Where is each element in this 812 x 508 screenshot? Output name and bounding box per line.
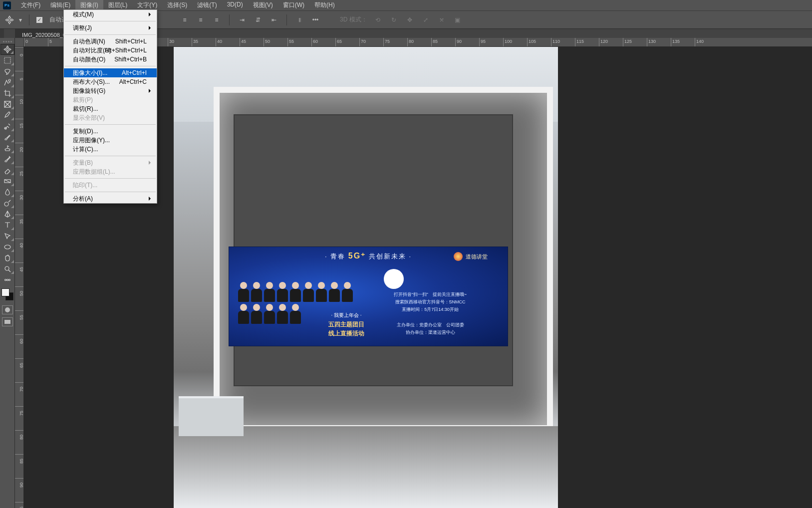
pen-tool[interactable] xyxy=(0,209,14,220)
hruler-tick: 5 xyxy=(48,38,48,47)
screen-mode-icon[interactable] xyxy=(2,317,13,326)
image-menu-dropdown: 模式(M)调整(J)自动色调(N)Shift+Ctrl+L自动对比度(U)Alt… xyxy=(63,9,157,204)
3d-zoom-icon[interactable]: ⤧ xyxy=(436,14,447,25)
menu-item-计算[interactable]: 计算(C)... xyxy=(64,145,157,154)
submenu-arrow-icon xyxy=(149,197,153,201)
qr-circle-icon xyxy=(384,269,404,289)
menu-item-裁切[interactable]: 裁切(R)... xyxy=(64,104,157,113)
lasso-tool[interactable] xyxy=(0,66,14,77)
menu-item-label: 复制(D)... xyxy=(73,127,98,136)
menu-视图[interactable]: 视图(V) xyxy=(248,0,278,11)
document-image[interactable]: · 青春 5G⁺ 共创新未来 · 道德讲堂 · 我要上年会 · 五四主题团日 xyxy=(174,47,558,508)
vertical-ruler[interactable]: 0510152025303540455055606570758085909510… xyxy=(15,47,24,508)
align-left-icon[interactable]: ≡ xyxy=(179,14,190,25)
distribute-v-icon[interactable]: ⇤ xyxy=(269,14,279,25)
menu-item-分析[interactable]: 分析(A) xyxy=(64,194,157,203)
vruler-tick: 70 xyxy=(15,382,24,383)
hruler-tick: 110 xyxy=(551,38,551,47)
frame-tool[interactable] xyxy=(0,99,14,110)
3d-roll-icon[interactable]: ↻ xyxy=(388,14,399,25)
vruler-tick: 45 xyxy=(15,262,24,263)
clone-stamp-tool[interactable] xyxy=(0,143,14,154)
move-tool[interactable] xyxy=(0,44,14,55)
3d-orbit-icon[interactable]: ⟲ xyxy=(372,14,383,25)
menu-item-图像大小[interactable]: 图像大小(I)...Alt+Ctrl+I xyxy=(64,68,157,77)
menu-3d[interactable]: 3D(D) xyxy=(222,0,248,11)
vruler-tick: 85 xyxy=(15,454,24,455)
menu-item-自动色调[interactable]: 自动色调(N)Shift+Ctrl+L xyxy=(64,37,157,46)
hruler-tick: 40 xyxy=(216,38,216,47)
separator xyxy=(29,14,29,25)
blur-tool[interactable] xyxy=(0,187,14,198)
menu-item-label: 计算(C)... xyxy=(73,145,98,154)
eyedropper-tool[interactable] xyxy=(0,110,14,121)
distribute-center-icon[interactable]: ⇵ xyxy=(253,14,264,25)
distribute-spacing-icon[interactable]: ⫴ xyxy=(294,14,305,25)
hruler-tick: 0 xyxy=(24,38,24,47)
svg-point-7 xyxy=(5,266,9,270)
color-swatches[interactable] xyxy=(1,288,13,300)
menu-文件[interactable]: 文件(F) xyxy=(16,0,45,11)
menu-item-复制[interactable]: 复制(D)... xyxy=(64,127,157,136)
vruler-tick: 20 xyxy=(15,143,24,143)
menu-item-shortcut: Shift+Ctrl+L xyxy=(115,38,147,45)
history-brush-tool[interactable] xyxy=(0,154,14,165)
rect-marquee-tool[interactable] xyxy=(0,55,14,66)
screen-info-3: 直播时间：5月7日14:30开始 xyxy=(373,306,488,313)
zoom-tool[interactable] xyxy=(0,263,14,274)
screen-info-4: 主办单位：党委办公室 公司团委 xyxy=(373,321,488,329)
vruler-tick: 30 xyxy=(15,191,24,191)
menu-item-自动颜色[interactable]: 自动颜色(O)Shift+Ctrl+B xyxy=(64,55,157,64)
gradient-tool[interactable] xyxy=(0,176,14,187)
menu-item-画布大小[interactable]: 画布大小(S)...Alt+Ctrl+C xyxy=(64,77,157,86)
auto-select-checkbox[interactable]: ✓ xyxy=(36,17,42,23)
menu-item-应用图像[interactable]: 应用图像(Y)... xyxy=(64,136,157,145)
3d-camera-icon[interactable]: ▣ xyxy=(452,14,463,25)
menu-item-shortcut: Shift+Ctrl+B xyxy=(114,56,147,63)
quick-mask-icon[interactable] xyxy=(2,305,13,314)
quick-select-tool[interactable] xyxy=(0,77,14,88)
menu-滤镜[interactable]: 滤镜(T) xyxy=(192,0,222,11)
brush-tool[interactable] xyxy=(0,132,14,143)
crop-tool[interactable] xyxy=(0,88,14,99)
hruler-tick: 140 xyxy=(695,38,695,47)
menu-item-调整[interactable]: 调整(J) xyxy=(64,23,157,32)
menu-选择[interactable]: 选择(S) xyxy=(162,0,192,11)
hruler-tick: 125 xyxy=(623,38,623,47)
svg-point-8 xyxy=(4,279,6,281)
hruler-tick: 50 xyxy=(264,38,264,47)
vruler-tick: 65 xyxy=(15,358,24,359)
vruler-tick: 75 xyxy=(15,406,24,407)
align-center-icon[interactable]: ≡ xyxy=(195,14,206,25)
screen-title-5g: 5G⁺ xyxy=(348,252,366,260)
3d-pan-icon[interactable]: ✥ xyxy=(404,14,415,25)
menu-帮助[interactable]: 帮助(H) xyxy=(309,0,340,11)
menu-item-模式[interactable]: 模式(M) xyxy=(64,10,157,19)
vruler-tick: 40 xyxy=(15,239,24,239)
type-tool[interactable] xyxy=(0,220,14,231)
distribute-h-icon[interactable]: ⇥ xyxy=(237,14,248,25)
path-select-tool[interactable] xyxy=(0,231,14,242)
separator xyxy=(229,14,230,25)
eraser-tool[interactable] xyxy=(0,165,14,176)
dodge-tool[interactable] xyxy=(0,198,14,209)
menu-item-自动对比度[interactable]: 自动对比度(U)Alt+Shift+Ctrl+L xyxy=(64,46,157,55)
hand-tool[interactable] xyxy=(0,253,14,263)
foreground-color-swatch[interactable] xyxy=(1,288,9,296)
hruler-tick: 120 xyxy=(599,38,599,47)
toolbox-grip-icon[interactable] xyxy=(0,39,14,44)
align-right-icon[interactable]: ≡ xyxy=(211,14,222,25)
more-options-icon[interactable]: ••• xyxy=(310,14,321,25)
hruler-tick: 80 xyxy=(407,38,408,47)
ruler-origin[interactable] xyxy=(15,38,24,47)
menu-separator xyxy=(65,34,156,35)
menu-窗口[interactable]: 窗口(W) xyxy=(278,0,309,11)
ellipse-tool[interactable] xyxy=(0,242,14,253)
3d-slide-icon[interactable]: ⤢ xyxy=(420,14,431,25)
move-tool-indicator-icon xyxy=(5,15,14,24)
spot-heal-tool[interactable] xyxy=(0,121,14,132)
menu-item-label: 裁剪(P) xyxy=(73,96,93,104)
screen-info-1: 打开抖音“扫一扫” 提前关注直播哦~ xyxy=(373,291,488,298)
edit-toolbar[interactable] xyxy=(0,274,14,285)
menu-item-图像旋转[interactable]: 图像旋转(G) xyxy=(64,86,157,95)
